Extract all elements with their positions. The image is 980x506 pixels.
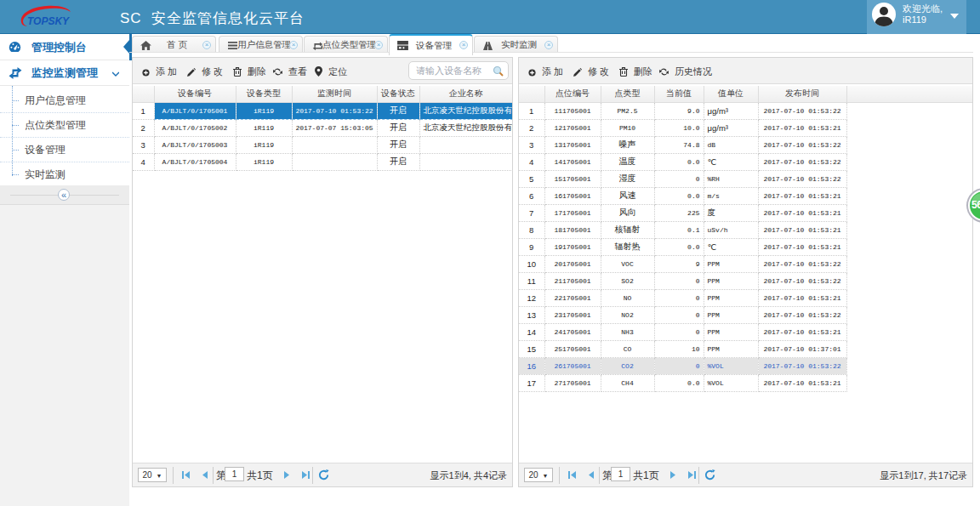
svg-text:TOPSKY: TOPSKY xyxy=(27,15,70,27)
